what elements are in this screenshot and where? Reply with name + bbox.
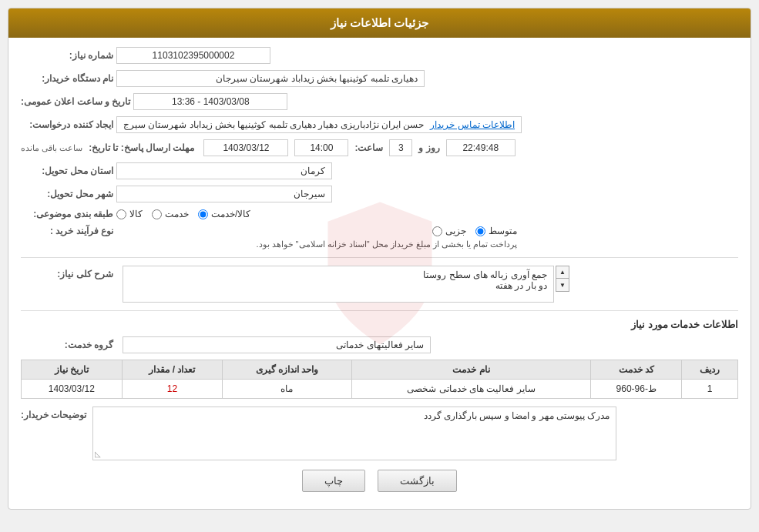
buyer-notes-section: مدرک پیوستی مهر و امضا و سپس بارگذاری گر… — [21, 407, 738, 460]
category-option-khedmat[interactable]: خدمت — [152, 209, 189, 219]
buyer-org-label: نام دستگاه خریدار: — [21, 73, 113, 84]
divider-1 — [21, 257, 738, 258]
day-label: روز و — [418, 142, 439, 153]
category-option-kala-khedmat-label: کالا/خدمت — [211, 209, 250, 219]
buyer-notes-area: مدرک پیوستی مهر و امضا و سپس بارگذاری گر… — [92, 407, 616, 460]
card-body: Ana 1103102395000002 شماره نیاز: دهیاری … — [8, 38, 751, 509]
cell-qty: 12 — [122, 380, 223, 399]
process-radio-motavasset[interactable] — [475, 226, 485, 236]
process-radio-jozi[interactable] — [432, 226, 442, 236]
province-row: کرمان استان محل تحویل: — [21, 162, 738, 179]
category-option-kala-label: کالا — [129, 209, 143, 219]
col-row: ردیف — [682, 360, 738, 380]
due-time-value: 14:00 — [294, 139, 348, 156]
remaining-time-value: 22:49:48 — [446, 139, 516, 156]
city-row: سیرجان شهر محل تحویل: — [21, 186, 738, 202]
cell-unit: ماه — [223, 380, 351, 399]
province-value: کرمان — [116, 162, 332, 179]
remaining-label: ساعت باقی مانده — [21, 143, 82, 153]
services-table: ردیف کد خدمت نام خدمت واحد اندازه گیری ت… — [21, 360, 738, 399]
buyer-org-value: دهیاری تلمبه کوثینیها بخش زیداباد شهرستا… — [116, 70, 425, 87]
due-date-row: 22:49:48 روز و 3 ساعت: 14:00 1403/03/12 … — [21, 139, 738, 156]
category-option-kala-khedmat[interactable]: کالا/خدمت — [198, 209, 250, 219]
cell-row: 1 — [682, 380, 738, 399]
need-number-row: 1103102395000002 شماره نیاز: — [21, 47, 738, 64]
services-section: اطلاعات خدمات مورد نیاز سایر فعالیتهای خ… — [21, 319, 738, 399]
scroll-up-arrow[interactable]: ▲ — [556, 266, 569, 279]
service-group-row: سایر فعالیتهای خدماتی گروه خدمت: — [21, 336, 738, 353]
category-option-khedmat-label: خدمت — [165, 209, 189, 219]
service-group-value: سایر فعالیتهای خدماتی — [123, 336, 431, 353]
process-option-jozi-label: جزیی — [445, 226, 466, 236]
category-radio-kala[interactable] — [116, 209, 126, 219]
divider-2 — [21, 310, 738, 311]
cell-name: سایر فعالیت های خدماتی شخصی — [351, 380, 591, 399]
category-label: طبقه بندی موضوعی: — [21, 209, 113, 219]
announcement-value: 1403/03/08 - 13:36 — [133, 93, 287, 110]
category-radio-group: کالا/خدمت خدمت کالا — [116, 209, 250, 219]
scroll-controls: ▲ ▼ — [556, 266, 569, 292]
creator-label: ایجاد کننده درخواست: — [21, 119, 113, 130]
page-container: جزئیات اطلاعات نیاز Ana 1103102395000002… — [0, 0, 759, 517]
need-number-value: 1103102395000002 — [116, 47, 270, 64]
print-button[interactable]: چاپ — [302, 470, 365, 492]
general-desc-value: جمع آوری زباله های سطح روستا دو بار در ه… — [123, 266, 554, 303]
process-option-motavasset-label: متوسط — [489, 226, 517, 236]
category-row: کالا/خدمت خدمت کالا طبقه بندی موضوعی: — [21, 209, 738, 219]
creator-row: اطلاعات تماس خریدار حسن ایران نژادباریزی… — [21, 116, 738, 133]
scroll-down-arrow[interactable]: ▼ — [556, 279, 569, 291]
general-desc-row: ▲ ▼ جمع آوری زباله های سطح روستا دو بار … — [21, 266, 738, 303]
buyer-notes-label: توضیحات خریدار: — [21, 410, 86, 420]
city-value: سیرجان — [116, 186, 332, 202]
desc-scroll-wrapper: ▲ ▼ جمع آوری زباله های سطح روستا دو بار … — [123, 266, 569, 303]
buyer-org-row: دهیاری تلمبه کوثینیها بخش زیداباد شهرستا… — [21, 70, 738, 87]
services-info-title: اطلاعات خدمات مورد نیاز — [21, 319, 738, 330]
resize-icon: ◺ — [95, 450, 101, 458]
buyer-notes-value: مدرک پیوستی مهر و امضا و سپس بارگذاری گر… — [424, 410, 610, 421]
creator-value-box: اطلاعات تماس خریدار حسن ایران نژادباریزی… — [116, 116, 522, 133]
due-date-value: 1403/03/12 — [203, 139, 288, 156]
category-radio-kala-khedmat[interactable] — [198, 209, 208, 219]
province-label: استان محل تحویل: — [21, 166, 113, 176]
service-group-label: گروه خدمت: — [21, 340, 113, 350]
need-number-label: شماره نیاز: — [21, 50, 113, 61]
col-date: تاریخ نیاز — [22, 360, 123, 380]
city-label: شهر محل تحویل: — [21, 189, 113, 199]
process-type-note: پرداخت تمام یا بخشی از مبلغ خریداز محل "… — [116, 239, 517, 249]
process-type-label: نوع فرآیند خرید : — [21, 226, 113, 236]
remaining-day-value: 3 — [389, 139, 412, 156]
cell-code: ط-96-960 — [591, 380, 682, 399]
col-unit: واحد اندازه گیری — [223, 360, 351, 380]
process-type-row: متوسط جزیی پرداخت تمام یا بخشی از مبلغ خ… — [21, 226, 738, 249]
time-label: ساعت: — [354, 142, 383, 153]
category-radio-khedmat[interactable] — [152, 209, 162, 219]
creator-name: حسن ایران نژادباریزی دهیار دهیاری تلمبه … — [123, 119, 424, 130]
category-option-kala[interactable]: کالا — [116, 209, 143, 219]
page-title: جزئیات اطلاعات نیاز — [8, 8, 751, 38]
col-name: نام خدمت — [351, 360, 591, 380]
process-option-motavasset[interactable]: متوسط — [475, 226, 517, 236]
process-option-jozi[interactable]: جزیی — [432, 226, 466, 236]
announcement-label: تاریخ و ساعت اعلان عمومی: — [21, 96, 130, 107]
cell-date: 1403/03/12 — [22, 380, 123, 399]
action-buttons: بازگشت چاپ — [21, 470, 738, 500]
creator-contact-link[interactable]: اطلاعات تماس خریدار — [430, 119, 515, 130]
general-desc-label: شرح کلی نیاز: — [21, 269, 113, 279]
col-code: کد خدمت — [591, 360, 682, 380]
table-row: 1 ط-96-960 سایر فعالیت های خدماتی شخصی م… — [22, 380, 738, 399]
back-button[interactable]: بازگشت — [378, 470, 457, 492]
announcement-row: 1403/03/08 - 13:36 تاریخ و ساعت اعلان عم… — [21, 93, 738, 110]
due-date-label: مهلت ارسال پاسخ: تا تاریخ: — [89, 142, 194, 153]
col-qty: تعداد / مقدار — [122, 360, 223, 380]
main-card: جزئیات اطلاعات نیاز Ana 1103102395000002… — [8, 8, 751, 510]
